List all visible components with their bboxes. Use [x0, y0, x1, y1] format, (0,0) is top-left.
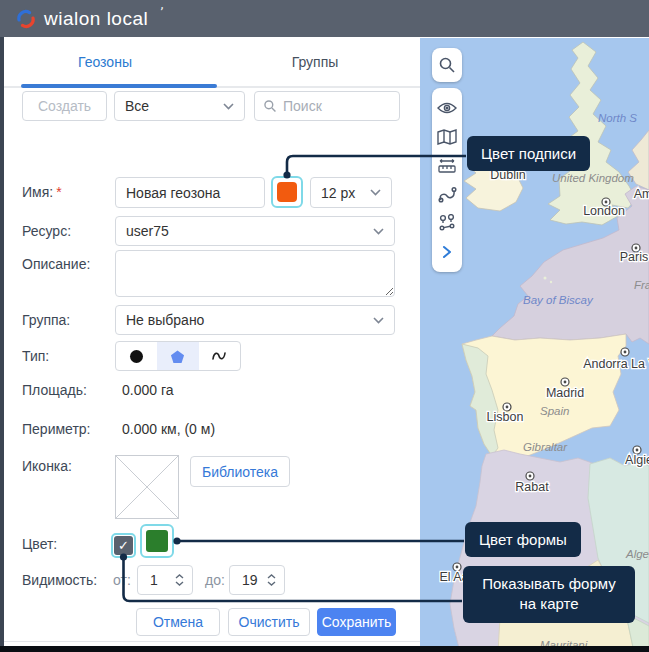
svg-text:Lisbon: Lisbon — [487, 410, 524, 424]
perimeter-value: 0.000 км, (0 м) — [122, 421, 215, 437]
app-logo: wialon local ʼ — [16, 0, 160, 37]
brand-text: wialon local — [44, 8, 148, 30]
label-color-swatch-inner — [277, 182, 297, 202]
type-polygon-option[interactable] — [157, 342, 198, 370]
label-size-value: 12 px — [321, 185, 355, 201]
chevron-down-icon — [223, 103, 234, 110]
chevron-down-icon — [373, 317, 384, 324]
search-icon[interactable] — [436, 54, 458, 76]
shape-color-swatch[interactable] — [140, 524, 174, 558]
svg-text:Franc: Franc — [634, 279, 649, 291]
description-label: Описание: — [22, 256, 90, 272]
icon-label: Иконка: — [22, 458, 72, 474]
window-edge-left — [0, 37, 4, 646]
filter-select-value: Все — [125, 98, 149, 114]
svg-text:Bay of Biscay: Bay of Biscay — [523, 294, 594, 306]
svg-text:Algeri: Algeri — [625, 548, 649, 560]
expand-chevron-icon[interactable] — [436, 241, 458, 263]
checkbox-checkmark: ✓ — [114, 536, 133, 555]
map-layers-icon[interactable] — [436, 126, 458, 148]
visibility-from-label: от: — [113, 572, 131, 588]
library-button[interactable]: Библиотека — [190, 456, 290, 487]
visibility-eye-icon[interactable] — [436, 97, 458, 119]
island — [550, 281, 552, 283]
name-input[interactable] — [115, 177, 265, 208]
label-color-swatch[interactable] — [271, 176, 303, 208]
svg-text:United Kingdom: United Kingdom — [552, 172, 634, 184]
create-button[interactable]: Создать — [22, 91, 107, 121]
stepper-arrows[interactable] — [267, 574, 276, 586]
description-textarea[interactable] — [115, 250, 395, 297]
search-icon — [263, 99, 277, 113]
polyline-icon — [211, 349, 227, 363]
perimeter-label: Периметр: — [22, 421, 91, 437]
tooltip-label-color: Цвет подписи — [467, 136, 590, 171]
visibility-label: Видимость: — [22, 572, 97, 588]
search-box[interactable] — [254, 91, 400, 121]
resource-select[interactable]: user75 — [115, 216, 395, 246]
svg-text:Spain: Spain — [540, 405, 569, 417]
type-circle-option[interactable] — [116, 342, 157, 370]
map-tools-box — [432, 88, 462, 272]
svg-text:Madrid: Madrid — [546, 386, 584, 400]
chevron-up-icon — [267, 574, 276, 579]
shape-color-swatch-inner — [146, 530, 168, 552]
visibility-to-label: до: — [205, 572, 225, 588]
map-search-box — [432, 48, 462, 82]
placeholder-x-icon — [116, 456, 178, 518]
resource-select-value: user75 — [126, 223, 169, 239]
track-points-icon[interactable] — [436, 212, 458, 234]
search-input[interactable] — [283, 98, 383, 114]
active-tab-underline — [21, 84, 217, 88]
measure-ruler-icon[interactable] — [436, 155, 458, 177]
tab-geozones-label: Геозоны — [78, 54, 132, 70]
chevron-down-icon — [370, 189, 381, 196]
svg-text:Paris: Paris — [620, 250, 648, 264]
svg-text:Rabat: Rabat — [515, 480, 549, 494]
polygon-icon — [170, 349, 185, 364]
tab-geozones[interactable]: Геозоны — [0, 38, 210, 86]
visibility-to-stepper[interactable]: 19 — [229, 565, 285, 595]
panel-tabs: Геозоны Группы — [0, 38, 420, 88]
visibility-from-value: 1 — [150, 572, 158, 588]
type-segmented-control — [115, 341, 241, 371]
stepper-arrows[interactable] — [175, 574, 184, 586]
panel-bottom-divider — [4, 641, 420, 642]
icon-placeholder[interactable] — [115, 455, 179, 519]
group-select-value: Не выбрано — [126, 312, 204, 328]
svg-text:London: London — [583, 204, 625, 218]
island — [544, 277, 547, 280]
tab-groups[interactable]: Группы — [210, 38, 420, 86]
svg-text:Gibraltar: Gibraltar — [523, 441, 568, 453]
area-value: 0.000 га — [122, 382, 174, 398]
circle-icon — [130, 350, 143, 363]
tooltip-shape-color: Цвет формы — [465, 522, 581, 557]
chevron-down-icon — [373, 228, 384, 235]
svg-text:North S: North S — [598, 112, 637, 124]
filter-select[interactable]: Все — [114, 91, 245, 121]
resource-label: Ресурс: — [22, 223, 71, 239]
visibility-from-stepper[interactable]: 1 — [137, 565, 193, 595]
group-label: Группа: — [22, 312, 70, 328]
group-select[interactable]: Не выбрано — [115, 305, 395, 335]
tab-groups-label: Группы — [292, 54, 339, 70]
required-mark: * — [56, 184, 61, 200]
cancel-button[interactable]: Отмена — [136, 608, 220, 636]
clear-button[interactable]: Очистить — [228, 608, 310, 636]
type-label: Тип: — [22, 348, 49, 364]
area-label: Площадь: — [22, 382, 87, 398]
routing-icon[interactable] — [436, 183, 458, 205]
chevron-down-icon — [267, 581, 276, 586]
tooltip-show-shape-line1: Показывать форму — [482, 575, 616, 592]
chevron-up-icon — [175, 574, 184, 579]
name-label: Имя:* — [22, 184, 62, 200]
label-size-select[interactable]: 12 px — [310, 177, 392, 208]
visibility-to-value: 19 — [242, 572, 258, 588]
window-edge-bottom — [0, 646, 649, 652]
tooltip-show-shape: Показывать форму на карте — [463, 566, 635, 623]
show-shape-checkbox[interactable]: ✓ — [111, 533, 136, 558]
type-line-option[interactable] — [199, 342, 240, 370]
save-button[interactable]: Сохранить — [317, 608, 396, 636]
svg-text:Andorra La V: Andorra La V — [583, 357, 649, 371]
tooltip-show-shape-line2: на карте — [519, 595, 578, 612]
